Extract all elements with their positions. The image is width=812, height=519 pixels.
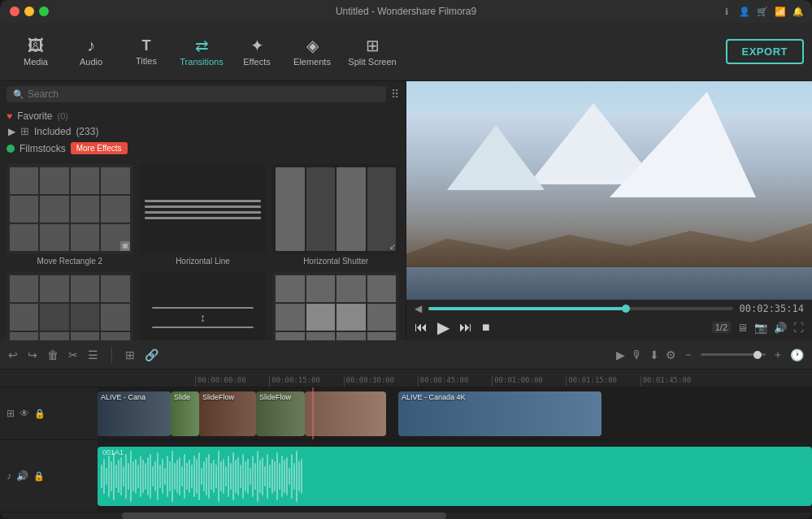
info-icon[interactable]: ℹ <box>721 6 732 17</box>
toolbar-effects[interactable]: ✦ Effects <box>229 28 284 76</box>
link-icon[interactable]: 🔗 <box>145 348 158 361</box>
timeline-scrollbar[interactable] <box>0 513 812 519</box>
timeline-main: ⊞ 👁 🔒 ♪ 🔊 🔒 00:00:00:00 00:00:15:00 00:0… <box>0 370 812 513</box>
transition-name-move-rectangle-2: Move Rectangle 2 <box>37 257 103 266</box>
plus-zoom-icon[interactable]: ＋ <box>772 348 784 362</box>
filter-favorite[interactable]: ♥ Favorite (0) <box>7 110 399 122</box>
titlebar-right-icons: ℹ 👤 🛒 📶 🔔 <box>721 6 804 17</box>
favorite-label: Favorite <box>17 110 52 122</box>
volume-icon[interactable]: ◀ <box>415 303 422 314</box>
play-timeline-icon[interactable]: ▶ <box>616 348 625 361</box>
menu-icon[interactable]: ☰ <box>88 348 98 361</box>
scrollbar-thumb[interactable] <box>122 513 447 519</box>
zoom-slider-dot <box>753 351 762 359</box>
playback-buttons: ⏮ ▶ ⏭ ■ <box>415 318 490 337</box>
transition-grid-zoom-out[interactable]: ↙ Grid Zoom Out <box>272 272 399 340</box>
video-clip-2[interactable]: SlideFlow <box>199 391 256 436</box>
clip-label-1: Slide <box>174 393 190 401</box>
audio-waveform <box>98 447 812 506</box>
video-clip-1[interactable]: Slide <box>171 391 199 436</box>
audio-volume-icon[interactable]: 🔊 <box>16 470 28 482</box>
more-effects-button[interactable]: More Effects <box>71 142 128 154</box>
ruler-mark-5: 00:01:15:00 <box>566 376 640 387</box>
audio-track: 001A1 <box>98 440 812 513</box>
traffic-lights <box>10 6 49 16</box>
toolbar-split-screen[interactable]: ⊞ Split Screen <box>340 28 405 76</box>
rewind-button[interactable]: ⏮ <box>415 320 428 335</box>
volume-control-icon[interactable]: 🔊 <box>774 322 787 334</box>
account-icon[interactable]: 👤 <box>739 6 750 17</box>
transition-vertical-shutter[interactable]: ↕ Vertical Shutter <box>140 272 267 340</box>
music-icon[interactable]: ♪ <box>7 470 11 482</box>
quality-selector[interactable]: 1/2 <box>712 322 731 333</box>
video-clip-3[interactable]: SlideFlow <box>256 391 305 436</box>
stop-button[interactable]: ■ <box>482 320 490 335</box>
toolbar-titles[interactable]: T Titles <box>119 28 174 76</box>
effects-icon: ✦ <box>250 37 264 54</box>
delete-icon[interactable]: 🗑 <box>47 348 59 361</box>
track-controls: ⊞ 👁 🔒 ♪ 🔊 🔒 <box>0 370 98 513</box>
transition-horizontal-line[interactable]: Horizontal Line <box>140 164 267 266</box>
audio-track-controls: ♪ 🔊 🔒 <box>0 440 98 513</box>
transition-thumb-move-rectangle-2 <box>7 164 133 254</box>
camera-icon[interactable]: 📷 <box>754 322 767 334</box>
fast-forward-button[interactable]: ⏭ <box>459 320 472 335</box>
mic-icon[interactable]: 🎙 <box>632 348 643 361</box>
transition-thumb-horizontal-line <box>140 164 267 254</box>
play-button[interactable]: ▶ <box>437 318 449 337</box>
progress-bar-track[interactable] <box>428 307 733 310</box>
cut-icon[interactable]: ✂ <box>68 348 78 361</box>
import-icon[interactable]: ⬇ <box>649 348 659 361</box>
transition-thumb-vertical-shutter: ↕ <box>140 272 267 340</box>
minimize-button[interactable] <box>24 6 34 16</box>
clip-label-0: ALIVE - Cana <box>101 393 145 401</box>
filter-included[interactable]: ▶ ⊞ Included (233) <box>7 125 399 137</box>
toolbar-media[interactable]: 🖼 Media <box>8 28 63 76</box>
search-box: 🔍 <box>7 86 386 102</box>
titles-icon: T <box>142 38 151 53</box>
audio-lock-icon[interactable]: 🔒 <box>33 471 45 482</box>
export-button[interactable]: EXPORT <box>726 39 804 64</box>
minus-zoom-icon[interactable]: － <box>683 348 694 362</box>
elements-icon: ◈ <box>306 37 319 54</box>
clock-icon[interactable]: 🕐 <box>790 348 804 361</box>
ruler-mark-4: 00:01:00:00 <box>492 376 566 387</box>
ruler-spacer <box>0 370 98 387</box>
fullscreen-button[interactable] <box>39 6 49 16</box>
video-clip-4[interactable] <box>305 391 386 436</box>
redo-icon[interactable]: ↪ <box>28 348 37 361</box>
search-icon: 🔍 <box>13 89 24 100</box>
monitor-icon[interactable]: 🖥 <box>737 322 748 334</box>
zoom-slider[interactable] <box>701 353 766 356</box>
included-count: (233) <box>76 126 98 137</box>
transition-name-horizontal-line: Horizontal Line <box>176 257 230 266</box>
cart-icon[interactable]: 🛒 <box>757 6 768 17</box>
search-input[interactable] <box>28 89 380 100</box>
transition-move-rectangle-2[interactable]: Move Rectangle 2 <box>7 164 133 266</box>
ruler-mark-3: 00:00:45:00 <box>418 376 492 387</box>
main-toolbar: 🖼 Media ♪ Audio T Titles ⇄ Transitions ✦… <box>0 23 812 81</box>
undo-icon[interactable]: ↩ <box>8 348 18 361</box>
video-clip-0[interactable]: ALIVE - Cana <box>98 391 171 436</box>
toolbar-transitions[interactable]: ⇄ Transitions <box>174 28 229 76</box>
fullscreen-icon[interactable]: ⛶ <box>793 322 804 334</box>
toolbar-elements[interactable]: ◈ Elements <box>284 28 340 76</box>
transition-grid-zoom-in[interactable]: Grid Zoom In <box>7 272 133 340</box>
close-button[interactable] <box>10 6 20 16</box>
left-panel: 🔍 ⠿ ♥ Favorite (0) ▶ ⊞ Included (233) Fi… <box>0 81 406 340</box>
audio-clip-0[interactable]: 001A1 <box>98 447 812 506</box>
settings-icon[interactable]: ⚙ <box>666 348 676 361</box>
preview-area <box>406 81 812 300</box>
toolbar-audio[interactable]: ♪ Audio <box>63 28 119 76</box>
ruler-mark-1: 00:00:15:00 <box>269 376 343 387</box>
ruler-mark-0: 00:00:00:00 <box>195 376 269 387</box>
video-settings-icon[interactable]: ⊞ <box>7 408 15 419</box>
add-track-icon[interactable]: ⊞ <box>125 348 135 361</box>
grid-view-icon[interactable]: ⠿ <box>391 88 399 101</box>
video-lock-icon[interactable]: 🔒 <box>34 409 46 419</box>
playhead <box>312 387 314 439</box>
transition-horizontal-shutter[interactable]: ↙ Horizontal Shutter <box>272 164 399 266</box>
video-eye-icon[interactable]: 👁 <box>20 408 29 419</box>
bell-icon[interactable]: 🔔 <box>792 6 804 17</box>
video-clip-5[interactable]: ALIVE - Canada 4K <box>398 391 601 436</box>
